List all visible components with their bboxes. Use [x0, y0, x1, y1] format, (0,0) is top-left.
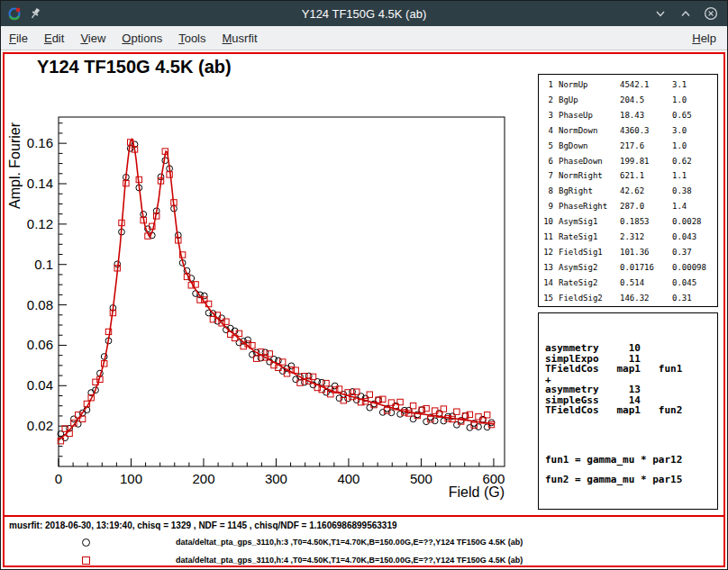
menubar: File Edit View Options Tools Musrfit Hel… [1, 26, 727, 50]
legend-square-marker-icon [82, 556, 90, 565]
menu-tools[interactable]: Tools [170, 32, 214, 45]
svg-text:0.02: 0.02 [27, 418, 53, 433]
parameter-row: 12FieldSig1101.360.37 [539, 245, 717, 260]
parameter-row: 5BgDown217.61.0 [539, 139, 717, 154]
parameter-row: 10AsymSig10.18530.0028 [539, 214, 717, 230]
minimize-icon[interactable] [653, 6, 668, 21]
svg-text:100: 100 [120, 471, 142, 486]
maximize-icon[interactable] [678, 6, 693, 21]
svg-text:Field (G): Field (G) [449, 484, 505, 500]
parameter-box: 1NormUp4542.13.12BgUp204.51.03PhaseUp18.… [538, 74, 718, 307]
menu-view[interactable]: View [72, 32, 114, 45]
legend-circle-marker-icon [82, 538, 90, 547]
svg-text:0.14: 0.14 [27, 176, 53, 191]
svg-text:200: 200 [192, 471, 214, 486]
svg-text:0.08: 0.08 [27, 297, 53, 312]
titlebar-buttons [653, 6, 727, 21]
close-icon[interactable] [704, 6, 718, 21]
app-icon[interactable] [7, 6, 22, 21]
legend-list: data/deltat_pta_gps_3110,h:3 ,T0=4.50K,T… [5, 533, 723, 569]
plot-title: Y124 TF150G 4.5K (ab) [37, 57, 232, 77]
fit-stats: musrfit: 2018-06-30, 13:19:40, chisq = 1… [9, 520, 397, 530]
svg-text:0.12: 0.12 [27, 216, 53, 231]
parameter-row: 8BgRight42.620.38 [539, 184, 717, 199]
window: Y124 TF150G 4.5K (ab) File Edit View Opt… [0, 0, 728, 570]
parameter-row: 6PhaseDown199.810.62 [539, 154, 717, 169]
titlebar-left-icons [1, 6, 42, 21]
parameter-row: 2BgUp204.51.0 [539, 93, 717, 108]
function-lines: fun1 = gamma_mu * par12fun2 = gamma_mu *… [545, 450, 717, 490]
parameter-row: 13AsymSig20.017160.00098 [539, 260, 717, 276]
svg-text:0.1: 0.1 [34, 257, 53, 272]
menu-musrfit[interactable]: Musrfit [214, 32, 266, 45]
parameter-row: 15FieldSig2146.320.31 [539, 291, 717, 306]
legend-label: data/deltat_pta_gps_3110,h:3 ,T0=4.50K,T… [176, 538, 523, 547]
svg-text:0: 0 [55, 471, 62, 486]
svg-text:0.04: 0.04 [27, 377, 53, 393]
svg-text:0.16: 0.16 [27, 135, 53, 150]
svg-text:0.06: 0.06 [27, 337, 53, 352]
menu-edit[interactable]: Edit [36, 32, 72, 45]
window-title: Y124 TF150G 4.5K (ab) [1, 7, 727, 21]
menu-file[interactable]: File [1, 32, 36, 45]
svg-text:300: 300 [265, 471, 287, 486]
theory-box: asymmetry 10simplExpo 11TFieldCos map1 f… [538, 312, 718, 510]
menu-options[interactable]: Options [114, 32, 170, 45]
legend-row: data/deltat_pta_gps_3110,h:3 ,T0=4.50K,T… [5, 533, 723, 551]
canvas-area: 01002003004005006000.020.040.060.080.10.… [1, 50, 727, 569]
info-pad[interactable]: musrfit: 2018-06-30, 13:19:40, chisq = 1… [3, 517, 725, 567]
pin-icon[interactable] [28, 6, 42, 21]
titlebar[interactable]: Y124 TF150G 4.5K (ab) [1, 1, 727, 26]
parameter-row: 7NormRight621.11.1 [539, 168, 717, 184]
parameter-row: 11RateSig12.3120.043 [539, 230, 717, 245]
theory-lines: asymmetry 10simplExpo 11TFieldCos map1 f… [545, 343, 717, 416]
parameter-row: 14RateSig20.5140.045 [539, 276, 717, 291]
menu-help[interactable]: Help [681, 32, 727, 45]
parameter-row: 4NormDown4360.33.0 [539, 123, 717, 139]
svg-text:500: 500 [410, 471, 432, 486]
svg-text:400: 400 [337, 471, 359, 486]
parameter-row: 3PhaseUp18.430.65 [539, 108, 717, 123]
main-plot-pad[interactable]: 01002003004005006000.020.040.060.080.10.… [3, 52, 725, 517]
svg-text:Ampl. Fourier: Ampl. Fourier [7, 122, 23, 209]
legend-label: data/deltat_pta_gps_3110,h:4 ,T0=4.50K,T… [176, 556, 523, 565]
parameter-row: 1NormUp4542.13.1 [539, 77, 717, 93]
parameter-row: 9PhaseRight287.01.4 [539, 199, 717, 214]
legend-row: data/deltat_pta_gps_3110,h:4 ,T0=4.50K,T… [5, 551, 723, 569]
